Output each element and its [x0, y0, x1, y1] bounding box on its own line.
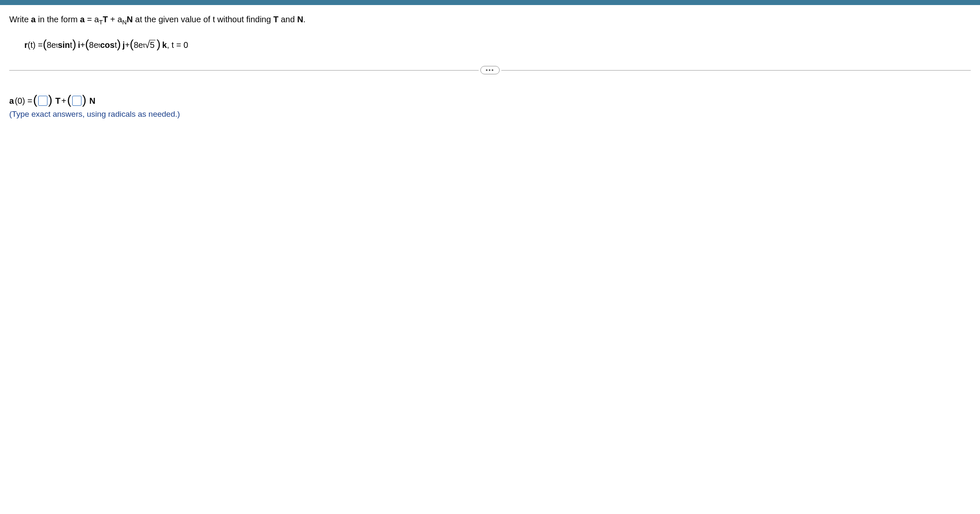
paren-open: ( — [43, 38, 47, 50]
divider-line — [9, 70, 479, 71]
text: . — [303, 15, 306, 24]
answer-T-group: ( ) — [33, 94, 52, 107]
answer-N-group: ( ) — [67, 94, 86, 107]
divider: ••• — [9, 66, 971, 74]
text: + a — [108, 15, 122, 24]
vector-a: a — [31, 15, 36, 24]
N-vector: N — [127, 15, 133, 24]
answer-row: a(0) = ( ) T + ( ) N — [9, 94, 971, 107]
cos: cos — [100, 40, 114, 50]
paren-open: ( — [130, 38, 134, 50]
equation-a: a — [80, 15, 85, 24]
plus: + — [125, 40, 130, 50]
sqrt: √5 — [145, 39, 155, 50]
t-value: , t = 0 — [167, 40, 188, 50]
r-arg: (t) = — [28, 40, 43, 50]
hint-text: (Type exact answers, using radicals as n… — [9, 110, 971, 119]
answer-input-aT[interactable] — [38, 96, 47, 106]
plus: + — [80, 40, 85, 50]
text: at the given value of t without finding — [133, 15, 273, 24]
paren-close: ) — [72, 38, 76, 50]
expand-button[interactable]: ••• — [480, 66, 500, 74]
sub-T: T — [99, 18, 103, 26]
r-label: r — [24, 40, 28, 50]
paren-close: ) — [157, 38, 160, 50]
problem-statement: Write a in the form a = aTT + aNN at the… — [9, 13, 971, 27]
sin: sin — [58, 40, 70, 50]
plus: + — [61, 96, 66, 106]
sqrt-body: 5 — [149, 40, 155, 50]
dots-icon: ••• — [486, 67, 495, 73]
paren-open: ( — [67, 94, 71, 106]
paren-open: ( — [85, 38, 89, 50]
sub-N: N — [122, 18, 127, 26]
coef3: 8e — [134, 40, 143, 50]
a-arg: (0) = — [15, 96, 32, 106]
N-label: N — [89, 96, 95, 106]
content-area: Write a in the form a = aTT + aNN at the… — [0, 5, 980, 126]
top-bar — [0, 0, 980, 5]
N-bold: N — [297, 15, 303, 24]
answer-input-aN[interactable] — [72, 96, 81, 106]
T-label: T — [55, 96, 60, 106]
paren-open: ( — [33, 94, 37, 106]
text: = a — [85, 15, 99, 24]
a-label: a — [9, 96, 14, 106]
paren-close: ) — [48, 94, 52, 106]
T-vector: T — [103, 15, 108, 24]
equation-r-t: r(t) = (8et sin t) i + (8et cos t) j + (… — [24, 39, 971, 51]
k-vector: k — [162, 40, 167, 50]
paren-close: ) — [82, 94, 86, 106]
text: in the form — [36, 15, 80, 24]
text: and — [278, 15, 297, 24]
coef1: 8e — [47, 40, 56, 50]
text: Write — [9, 15, 31, 24]
T-bold: T — [273, 15, 278, 24]
divider-line — [501, 70, 971, 71]
coef2: 8e — [89, 40, 98, 50]
paren-close: ) — [117, 38, 121, 50]
